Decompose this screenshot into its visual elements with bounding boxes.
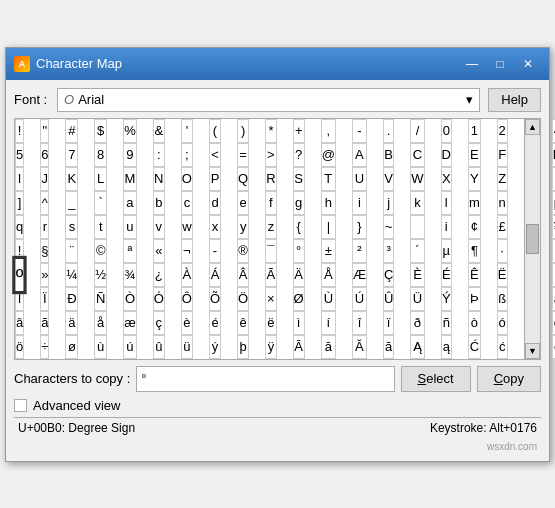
char-cell[interactable]: z xyxy=(265,215,276,239)
char-cell[interactable]: ù xyxy=(94,335,107,359)
char-cell[interactable]: ó xyxy=(497,311,508,335)
char-cell[interactable]: ! xyxy=(15,119,24,143)
char-cell[interactable]: º xyxy=(12,255,27,293)
char-cell[interactable]: # xyxy=(65,119,78,143)
help-button[interactable]: Help xyxy=(488,88,541,112)
char-cell[interactable]: 8 xyxy=(94,143,107,167)
char-cell[interactable]: L xyxy=(94,167,107,191)
char-cell[interactable]: F xyxy=(497,143,508,167)
char-cell[interactable]: · xyxy=(497,239,508,263)
char-cell[interactable]: g xyxy=(293,191,305,215)
char-cell[interactable]: ^ xyxy=(40,191,49,215)
char-cell[interactable]: õ xyxy=(552,311,555,335)
char-cell[interactable]: b xyxy=(153,191,165,215)
char-cell[interactable]: h xyxy=(321,191,336,215)
char-cell[interactable]: ç xyxy=(153,311,165,335)
char-cell[interactable]: 4 xyxy=(552,119,555,143)
char-cell[interactable]: Ý xyxy=(441,287,452,311)
char-cell[interactable]: m xyxy=(468,191,481,215)
char-cell[interactable]: ¹ xyxy=(552,239,555,263)
char-cell[interactable]: Ñ xyxy=(94,287,107,311)
char-cell[interactable]: { xyxy=(293,215,305,239)
char-cell[interactable]: i xyxy=(441,215,452,239)
char-cell[interactable]: © xyxy=(94,239,107,263)
char-cell[interactable]: U xyxy=(352,167,367,191)
char-cell[interactable]: @ xyxy=(321,143,336,167)
char-cell[interactable]: I xyxy=(15,167,24,191)
char-cell[interactable]: Ä xyxy=(293,263,305,287)
char-cell[interactable]: 9 xyxy=(123,143,137,167)
char-cell[interactable]: ) xyxy=(237,119,249,143)
char-cell[interactable]: Ò xyxy=(123,287,137,311)
char-cell[interactable]: Ù xyxy=(321,287,336,311)
char-cell[interactable]: ĉ xyxy=(552,335,555,359)
char-cell[interactable] xyxy=(410,215,424,239)
char-cell[interactable]: M xyxy=(123,167,137,191)
char-cell[interactable]: Ö xyxy=(237,287,249,311)
char-cell[interactable]: Â xyxy=(237,263,249,287)
char-cell[interactable]: Ø xyxy=(293,287,305,311)
char-cell[interactable]: r xyxy=(40,215,49,239)
char-cell[interactable]: N xyxy=(153,167,165,191)
char-cell[interactable]: µ xyxy=(441,239,452,263)
char-cell[interactable]: ³ xyxy=(383,239,394,263)
char-cell[interactable]: » xyxy=(40,263,49,287)
char-cell[interactable]: B xyxy=(383,143,394,167)
char-cell[interactable]: Ü xyxy=(410,287,424,311)
char-cell[interactable]: l xyxy=(441,191,452,215)
char-cell[interactable]: Z xyxy=(497,167,508,191)
char-cell[interactable]: Ú xyxy=(352,287,367,311)
char-cell[interactable]: ă xyxy=(383,335,394,359)
char-cell[interactable]: - xyxy=(352,119,367,143)
char-cell[interactable]: « xyxy=(153,239,165,263)
copy-input[interactable] xyxy=(136,366,394,392)
char-cell[interactable]: î xyxy=(352,311,367,335)
char-cell[interactable]: ¨ xyxy=(65,239,78,263)
char-cell[interactable]: Ă xyxy=(352,335,367,359)
char-cell[interactable]: 0 xyxy=(441,119,452,143)
char-cell[interactable]: Y xyxy=(468,167,481,191)
char-cell[interactable]: Ç xyxy=(383,263,394,287)
char-cell[interactable]: v xyxy=(153,215,165,239)
char-cell[interactable]: ú xyxy=(123,335,137,359)
close-button[interactable]: ✕ xyxy=(515,54,541,74)
char-cell[interactable]: f xyxy=(265,191,276,215)
char-cell[interactable]: - xyxy=(209,239,221,263)
char-cell[interactable]: ; xyxy=(181,143,193,167)
char-cell[interactable]: t xyxy=(94,215,107,239)
char-cell[interactable]: R xyxy=(265,167,276,191)
maximize-button[interactable]: □ xyxy=(487,54,513,74)
char-cell[interactable]: ê xyxy=(237,311,249,335)
char-cell[interactable]: â xyxy=(15,311,24,335)
char-cell[interactable]: § xyxy=(40,239,49,263)
char-cell[interactable]: Ô xyxy=(181,287,193,311)
char-cell[interactable]: \ xyxy=(552,167,555,191)
char-cell[interactable]: ø xyxy=(65,335,78,359)
char-cell[interactable]: í xyxy=(321,311,336,335)
char-cell[interactable]: 7 xyxy=(65,143,78,167)
char-cell[interactable]: y xyxy=(237,215,249,239)
char-cell[interactable]: Æ xyxy=(352,263,367,287)
char-cell[interactable]: ë xyxy=(265,311,276,335)
char-cell[interactable]: Ā xyxy=(293,335,305,359)
char-cell[interactable]: ¬ xyxy=(181,239,193,263)
char-cell[interactable]: ? xyxy=(293,143,305,167)
char-cell[interactable]: ÿ xyxy=(265,335,276,359)
char-cell[interactable]: ] xyxy=(15,191,24,215)
char-cell[interactable]: % xyxy=(123,119,137,143)
char-cell[interactable]: Á xyxy=(209,263,221,287)
char-cell[interactable]: Õ xyxy=(209,287,221,311)
char-cell[interactable]: Þ xyxy=(468,287,481,311)
char-cell[interactable]: q xyxy=(15,215,24,239)
select-button[interactable]: Select xyxy=(401,366,471,392)
char-cell[interactable]: D xyxy=(441,143,452,167)
char-cell[interactable]: $ xyxy=(94,119,107,143)
advanced-view-checkbox[interactable] xyxy=(14,399,27,412)
char-cell[interactable]: ü xyxy=(181,335,193,359)
char-cell[interactable]: n xyxy=(497,191,508,215)
char-cell[interactable]: k xyxy=(410,191,424,215)
char-cell[interactable]: P xyxy=(209,167,221,191)
char-cell[interactable]: H xyxy=(552,143,555,167)
char-cell[interactable]: S xyxy=(293,167,305,191)
char-cell[interactable]: c xyxy=(181,191,193,215)
